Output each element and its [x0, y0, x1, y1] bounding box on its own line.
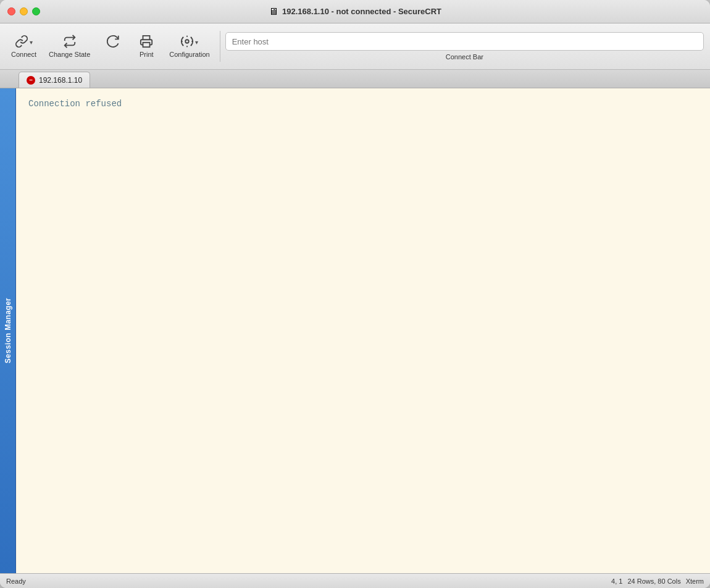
svg-line-5 [191, 45, 191, 46]
change-state-label: Change State [49, 51, 90, 58]
reconnect-icon-row [106, 35, 120, 48]
connect-icon-row: ▾ [15, 35, 33, 48]
svg-line-9 [191, 37, 191, 38]
status-ready: Ready [6, 578, 611, 585]
main-area: Session Manager Connection refused [0, 88, 710, 573]
toolbar: ▾ Connect Change State [0, 23, 710, 70]
change-state-button[interactable]: Change State [44, 31, 95, 62]
status-right: 4, 1 24 Rows, 80 Cols Xterm [611, 578, 704, 585]
app-window: 🖥 192.168.1.10 - not connected - SecureC… [0, 0, 710, 588]
terminal-area[interactable]: Connection refused [16, 88, 710, 573]
traffic-lights [7, 7, 40, 15]
minimize-button[interactable] [20, 7, 28, 15]
reconnect-icon [106, 35, 120, 48]
session-tab[interactable]: – 192.168.1.10 [19, 72, 90, 88]
svg-line-8 [183, 45, 183, 46]
tab-error-icon: – [27, 76, 35, 85]
connect-label: Connect [11, 51, 36, 58]
session-manager-tab[interactable]: Session Manager [0, 88, 16, 573]
toolbar-divider [220, 31, 220, 62]
maximize-button[interactable] [32, 7, 40, 15]
svg-line-4 [183, 37, 183, 38]
session-manager-label: Session Manager [4, 298, 12, 363]
change-state-icon-row [63, 35, 77, 48]
configuration-icon-row: ▾ [180, 35, 198, 48]
window-icon: 🖥 [269, 6, 278, 17]
terminal-dimensions: 24 Rows, 80 Cols [627, 578, 680, 585]
print-icon-row [140, 35, 153, 48]
svg-rect-0 [143, 43, 150, 47]
print-icon [140, 35, 153, 48]
connect-dropdown-arrow[interactable]: ▾ [30, 39, 33, 46]
tab-label: 192.168.1.10 [39, 76, 82, 85]
configuration-icon [180, 35, 194, 48]
terminal-type: Xterm [686, 578, 704, 585]
terminal-message: Connection refused [28, 98, 698, 111]
connect-button[interactable]: ▾ Connect [6, 31, 41, 62]
title-bar: 🖥 192.168.1.10 - not connected - SecureC… [0, 0, 710, 23]
print-button[interactable]: Print [131, 31, 162, 62]
status-bar: Ready 4, 1 24 Rows, 80 Cols Xterm [0, 573, 710, 588]
reconnect-button[interactable]: ​ [98, 31, 128, 62]
tab-bar: – 192.168.1.10 [0, 70, 710, 88]
print-label: Print [140, 51, 154, 58]
connect-bar-area: Connect Bar [225, 32, 704, 61]
configuration-label: Configuration [169, 51, 209, 58]
svg-point-1 [186, 40, 190, 43]
connect-bar-input[interactable] [225, 32, 704, 51]
close-button[interactable] [7, 7, 15, 15]
change-state-icon [63, 35, 77, 48]
configuration-dropdown-arrow[interactable]: ▾ [195, 39, 198, 46]
configuration-button[interactable]: ▾ Configuration [164, 31, 214, 62]
connect-bar-label: Connect Bar [446, 53, 483, 61]
window-title: 192.168.1.10 - not connected - SecureCRT [282, 7, 441, 16]
cursor-position: 4, 1 [611, 578, 622, 585]
connect-icon [15, 35, 28, 48]
